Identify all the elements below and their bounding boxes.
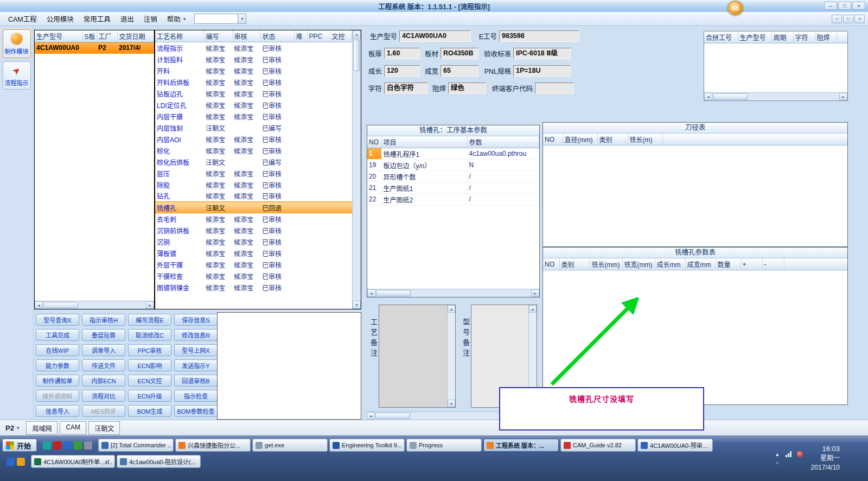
horizontal-scrollbar[interactable]: ◄ ►	[35, 301, 154, 309]
hidden-icons-button[interactable]: ▲	[775, 452, 780, 457]
column-header[interactable]: 文控	[330, 30, 352, 42]
scroll-up-icon[interactable]: ▲	[448, 305, 455, 313]
command-button[interactable]: 编写流程E	[128, 314, 171, 326]
column-header[interactable]: 合拼工号	[704, 31, 738, 43]
table-row[interactable]: 计划投料候添宝候添宝已审核	[155, 54, 352, 65]
quicklaunch-icon[interactable]	[17, 458, 25, 466]
quicklaunch-icon[interactable]	[63, 441, 72, 450]
column-header[interactable]: 周期	[771, 31, 793, 43]
toolbar-combobox[interactable]: ▾	[194, 14, 246, 24]
column-header[interactable]: 工艺名称	[155, 30, 204, 42]
command-button[interactable]: 型号查询X	[36, 314, 79, 326]
scroll-right-icon[interactable]: ►	[531, 289, 539, 297]
quicklaunch-icon[interactable]	[53, 441, 61, 450]
table-row[interactable]: 棕化候添宝候添宝已审核	[155, 145, 352, 156]
table-row[interactable]: 20异形槽个数/	[367, 171, 539, 182]
column-header[interactable]: 交货日期	[117, 30, 154, 42]
menu-item[interactable]: 退出	[116, 11, 139, 26]
table-row[interactable]: 内层干膜候添宝候添宝已审核	[155, 111, 352, 122]
command-button[interactable]: ECN升级	[128, 390, 171, 402]
table-row[interactable]: 外层干膜候添宝候添宝已审核	[155, 259, 352, 270]
e-number-field[interactable]: 983598	[499, 30, 579, 42]
scroll-down-icon[interactable]: ▼	[353, 301, 361, 309]
scrollbar-thumb[interactable]	[43, 302, 78, 308]
menu-item[interactable]: 注销	[139, 11, 162, 26]
column-header[interactable]: 工厂	[97, 30, 117, 42]
table-row[interactable]: 4C1AW00UA0P22017/4/	[35, 42, 154, 54]
command-button[interactable]: 制作通知单	[36, 375, 79, 387]
command-button[interactable]: BOM参数检查	[174, 405, 218, 417]
command-button[interactable]: 调单导入	[82, 344, 125, 356]
quicklaunch-icon[interactable]	[74, 441, 82, 450]
quicklaunch-icon[interactable]	[84, 441, 92, 450]
column-header[interactable]: NO	[543, 134, 563, 145]
horizontal-scrollbar[interactable]: ◄ ►	[704, 92, 847, 100]
factory-code[interactable]: P2	[5, 424, 14, 432]
table-row[interactable]: 内层蚀刻汪朝文已编写	[155, 122, 352, 134]
taskbar-item[interactable]: 工程系统 版本：...	[483, 439, 559, 452]
scroll-up-icon[interactable]: ▲	[529, 305, 537, 313]
menu-item[interactable]: CAM工程	[3, 11, 42, 26]
vertical-scrollbar[interactable]: ▲ ▼	[447, 305, 455, 407]
board-material-field[interactable]: RO4350B	[441, 48, 478, 59]
table-row[interactable]: 干膜检查候添宝候添宝已审核	[155, 270, 352, 282]
quicklaunch-icon[interactable]	[43, 441, 51, 450]
command-button[interactable]: 取消修改C	[128, 329, 171, 341]
maximize-icon[interactable]: □	[838, 2, 851, 10]
table-row[interactable]: 沉铜前烘板候添宝候添宝已审核	[155, 225, 352, 236]
horizontal-scrollbar[interactable]: ◄ ►	[367, 289, 539, 297]
column-header[interactable]: 直径(mm)	[563, 134, 597, 145]
column-header[interactable]: +	[741, 258, 762, 270]
vertical-scrollbar[interactable]: ▲ ▼	[352, 30, 361, 309]
column-header[interactable]: PPC	[307, 30, 330, 42]
command-button[interactable]: 发送指示Y	[174, 359, 218, 371]
table-row[interactable]: 开料后烘板候添宝候添宝已审核	[155, 77, 352, 88]
scroll-right-icon[interactable]: ►	[839, 93, 847, 100]
taskbar-item[interactable]: 4c1aw00ua0-阻抗设计(...	[117, 455, 201, 468]
table-row[interactable]: 层压候添宝候添宝已审核	[155, 168, 352, 179]
column-header[interactable]: 参数	[467, 136, 539, 148]
table-row[interactable]: 棕化后烘板汪朝文已编写	[155, 156, 352, 168]
command-button[interactable]: BOM生成	[128, 405, 171, 417]
table-row[interactable]: 1铣槽孔程序14c1aw00ua0.pthrou	[367, 148, 539, 160]
column-header[interactable]: 成宽mm	[685, 258, 716, 270]
table-row[interactable]: 开料候添宝候添宝已审核	[155, 65, 352, 77]
column-header[interactable]: 类别	[559, 258, 590, 270]
scroll-left-icon[interactable]: ◄	[367, 289, 375, 297]
command-button[interactable]: 回退审核B	[174, 375, 218, 387]
command-button[interactable]: 指示检查	[174, 390, 218, 402]
column-header[interactable]: 项目	[381, 136, 467, 148]
table-row[interactable]: 铣槽孔汪朝文已回退	[155, 202, 352, 213]
menu-item[interactable]: 公用模块	[42, 11, 79, 26]
column-header[interactable]: 铣长(mm)	[590, 258, 622, 270]
column-header[interactable]: 字符	[793, 31, 815, 43]
table-row[interactable]: 22生产图纸2/	[367, 194, 539, 205]
command-button[interactable]: 在线WIP	[36, 344, 79, 356]
command-button[interactable]: 修改信息R	[174, 329, 218, 341]
quicklaunch-icon[interactable]	[7, 458, 15, 466]
scrollbar-thumb[interactable]	[375, 413, 410, 419]
table-row[interactable]: 钻板边孔候添宝候添宝已审核	[155, 88, 352, 99]
scrollbar-thumb[interactable]	[376, 290, 411, 296]
column-header[interactable]: NO	[367, 136, 381, 148]
command-button[interactable]: PPC审核	[128, 344, 171, 356]
table-row[interactable]: 除胶候添宝候添宝已审核	[155, 179, 352, 191]
command-button[interactable]: 内部ECN	[82, 375, 125, 387]
table-row[interactable]: 钻孔候添宝候添宝已审核	[155, 191, 352, 202]
table-row[interactable]: 图镀铜镍金候添宝候添宝已审核	[155, 282, 352, 293]
command-button[interactable]: 型号上网X	[174, 344, 218, 356]
taskbar-item[interactable]: Progress	[406, 439, 482, 452]
product-model-field[interactable]: 4C1AW00UA0	[399, 30, 471, 42]
column-header[interactable]: -	[762, 258, 784, 270]
table-row[interactable]: 去毛刺候添宝候添宝已审核	[155, 213, 352, 225]
command-button[interactable]: ECN影响	[128, 359, 171, 371]
process-note-textarea[interactable]: ▲ ▼	[379, 305, 456, 408]
end-customer-code-field[interactable]	[535, 83, 574, 94]
mdi-restore-icon[interactable]: □	[843, 15, 853, 23]
taskbar-item[interactable]: 4C1AW00UA0-预审...	[637, 439, 713, 452]
finished-width-field[interactable]: 65	[441, 65, 478, 77]
minimize-icon[interactable]: ─	[824, 2, 837, 10]
close-icon[interactable]: ×	[852, 2, 865, 10]
clock[interactable]: 16:03 星期一 2017/4/10	[811, 444, 840, 472]
command-button[interactable]: MES同步	[82, 405, 125, 417]
